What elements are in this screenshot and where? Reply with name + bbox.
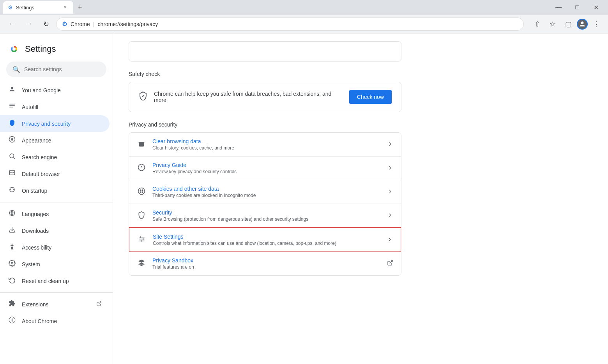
close-tab-button[interactable]: ×: [62, 4, 69, 11]
settings-item-content-privacy-sandbox: Privacy SandboxTrial features are on: [152, 257, 381, 270]
sidebar-item-label-search-engine: Search engine: [22, 154, 102, 160]
sidebar-item-autofill[interactable]: Autofill: [0, 98, 110, 115]
settings-item-content-security: SecuritySafe Browsing (protection from d…: [152, 209, 381, 222]
new-tab-button[interactable]: +: [75, 2, 85, 13]
svg-line-22: [99, 302, 101, 304]
title-bar: ⚙ Settings × + ― □ ✕: [0, 0, 608, 15]
svg-rect-6: [9, 106, 15, 106]
tab-search-button[interactable]: ▢: [561, 17, 575, 31]
minimize-button[interactable]: ―: [550, 1, 567, 14]
svg-point-37: [140, 236, 141, 237]
settings-item-clear-browsing-data[interactable]: Clear browsing dataClear history, cookie…: [129, 133, 401, 157]
chevron-right-icon-security: [387, 212, 393, 220]
sidebar-item-label-autofill: Autofill: [22, 104, 102, 110]
chevron-right-icon-clear-browsing-data: [387, 141, 393, 148]
sidebar-item-search-engine[interactable]: Search engine: [0, 149, 110, 165]
settings-item-subtitle-privacy-guide: Review key privacy and security controls: [152, 169, 381, 174]
settings-item-icon-clear-browsing-data: [137, 140, 146, 149]
address-bar[interactable]: ⚙ Chrome | chrome://settings/privacy: [56, 18, 524, 31]
address-url: chrome://settings/privacy: [97, 21, 158, 27]
safety-check-description: Chrome can help keep you safe from data …: [154, 91, 343, 103]
settings-item-privacy-sandbox[interactable]: Privacy SandboxTrial features are on: [129, 252, 401, 275]
sidebar-divider: [0, 292, 113, 293]
sidebar-item-downloads[interactable]: Downloads: [0, 222, 110, 239]
svg-point-20: [12, 244, 13, 245]
sidebar-item-reset-and-clean-up[interactable]: Reset and clean up: [0, 273, 110, 289]
settings-tab-icon: ⚙: [8, 4, 13, 11]
sidebar-item-label-you-and-google: You and Google: [22, 87, 102, 93]
safety-check-section-title: Safety check: [129, 71, 401, 77]
sidebar-search-bar[interactable]: 🔍: [6, 62, 106, 77]
active-tab[interactable]: ⚙ Settings ×: [3, 1, 73, 14]
svg-point-4: [11, 87, 13, 89]
svg-point-38: [143, 238, 144, 239]
search-input[interactable]: [24, 66, 100, 72]
chrome-logo-icon: [8, 43, 20, 55]
svg-point-24: [12, 318, 12, 318]
browser-frame: ⚙ Settings × + ― □ ✕ ← → ↻ ⚙ Chrome | ch…: [0, 0, 608, 364]
maximize-button[interactable]: □: [568, 1, 586, 14]
settings-item-title-privacy-sandbox: Privacy Sandbox: [152, 257, 381, 264]
top-partial-card: [129, 41, 401, 62]
settings-item-subtitle-clear-browsing-data: Clear history, cookies, cache, and more: [152, 145, 381, 151]
sidebar-item-icon-accessibility: [8, 243, 16, 252]
svg-point-33: [142, 192, 143, 193]
svg-line-40: [390, 260, 392, 263]
sidebar-item-label-downloads: Downloads: [22, 228, 102, 234]
sidebar-item-on-startup[interactable]: On startup: [0, 182, 110, 199]
sidebar-title: Settings: [25, 44, 56, 54]
address-separator: |: [93, 21, 95, 27]
sidebar-item-label-on-startup: On startup: [22, 188, 102, 194]
sidebar-item-system[interactable]: System: [0, 256, 110, 273]
sidebar-item-about-chrome[interactable]: About Chrome: [0, 313, 110, 329]
settings-item-title-cookies-and-site-data: Cookies and other site data: [152, 186, 381, 192]
settings-item-subtitle-cookies-and-site-data: Third-party cookies are blocked in Incog…: [152, 193, 381, 198]
menu-button[interactable]: ⋮: [589, 17, 603, 31]
settings-item-content-site-settings: Site SettingsControls what information s…: [153, 234, 380, 246]
settings-item-title-clear-browsing-data: Clear browsing data: [152, 138, 381, 144]
bookmark-button[interactable]: ☆: [546, 17, 560, 31]
safety-check-card: Chrome can help keep you safe from data …: [129, 82, 401, 112]
sidebar: Settings 🔍 You and GoogleAutofillPrivacy…: [0, 33, 113, 364]
sidebar-item-label-accessibility: Accessibility: [22, 244, 102, 251]
settings-item-privacy-guide[interactable]: Privacy GuideReview key privacy and secu…: [129, 157, 401, 180]
sidebar-item-privacy-and-security[interactable]: Privacy and security: [0, 115, 110, 132]
settings-item-icon-privacy-sandbox: [137, 259, 146, 269]
settings-item-site-settings[interactable]: Site SettingsControls what information s…: [129, 227, 401, 252]
sidebar-item-icon-about-chrome: [8, 317, 16, 325]
sidebar-item-languages[interactable]: Languages: [0, 206, 110, 222]
sidebar-item-icon-default-browser: [8, 169, 16, 178]
chevron-right-icon-privacy-guide: [387, 165, 393, 172]
privacy-section-title: Privacy and security: [129, 121, 401, 128]
sidebar-item-you-and-google[interactable]: You and Google: [0, 82, 110, 98]
svg-rect-25: [12, 319, 12, 322]
settings-item-title-security: Security: [152, 209, 381, 216]
forward-button[interactable]: →: [22, 17, 36, 31]
svg-point-30: [140, 190, 141, 191]
settings-item-security[interactable]: SecuritySafe Browsing (protection from d…: [129, 204, 401, 228]
close-window-button[interactable]: ✕: [587, 1, 605, 14]
sidebar-item-appearance[interactable]: Appearance: [0, 132, 110, 149]
sidebar-item-extensions[interactable]: Extensions: [0, 296, 110, 313]
share-button[interactable]: ⇧: [530, 17, 544, 31]
profile-avatar[interactable]: [577, 19, 588, 30]
chevron-right-icon-site-settings: [387, 236, 393, 244]
settings-item-cookies-and-site-data[interactable]: Cookies and other site dataThird-party c…: [129, 180, 401, 204]
back-button[interactable]: ←: [5, 17, 19, 31]
sidebar-item-label-default-browser: Default browser: [22, 171, 102, 177]
sidebar-item-icon-downloads: [8, 226, 16, 235]
settings-item-icon-site-settings: [137, 235, 147, 245]
sidebar-item-icon-languages: [8, 209, 16, 218]
sidebar-header: Settings: [0, 40, 113, 62]
sidebar-item-accessibility[interactable]: Accessibility: [0, 239, 110, 256]
check-now-button[interactable]: Check now: [349, 90, 392, 104]
reload-button[interactable]: ↻: [39, 17, 53, 31]
sidebar-item-icon-privacy-and-security: [8, 119, 16, 128]
external-link-icon-extensions: [96, 301, 102, 308]
settings-item-content-cookies-and-site-data: Cookies and other site dataThird-party c…: [152, 186, 381, 198]
sidebar-item-icon-on-startup: [8, 186, 16, 195]
sidebar-item-label-reset-and-clean-up: Reset and clean up: [22, 278, 102, 284]
sidebar-item-icon-reset-and-clean-up: [8, 276, 16, 285]
sidebar-item-default-browser[interactable]: Default browser: [0, 165, 110, 182]
svg-point-29: [138, 188, 145, 194]
